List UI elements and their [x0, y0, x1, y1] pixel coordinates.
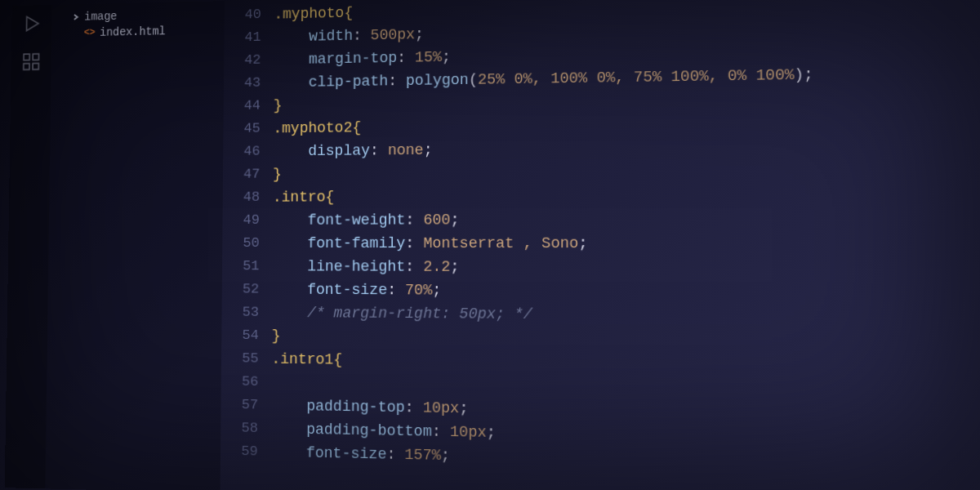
activity-bar: [5, 5, 52, 488]
tree-file-index-html[interactable]: <> index.html: [58, 22, 218, 42]
line-number: 56: [221, 370, 259, 394]
line-number: 41: [224, 26, 261, 50]
line-number: 47: [223, 163, 261, 186]
line-number: 44: [224, 95, 261, 118]
svg-rect-4: [33, 64, 38, 70]
run-debug-icon[interactable]: [21, 13, 42, 34]
code-line[interactable]: .intro{: [273, 181, 980, 208]
code-line[interactable]: font-family: Montserrat , Sono;: [272, 231, 980, 256]
line-number: 43: [224, 72, 261, 96]
extensions-icon[interactable]: [21, 51, 42, 73]
line-number: 49: [222, 209, 260, 232]
line-number: 42: [224, 49, 261, 73]
editor-window: image <> index.html 40414243444546474849…: [5, 0, 980, 490]
tree-label: index.html: [100, 24, 166, 38]
line-number: 57: [220, 393, 258, 416]
file-explorer[interactable]: image <> index.html: [45, 1, 225, 490]
tree-label: image: [84, 10, 117, 24]
code-area[interactable]: .myphoto{ width: 500px; margin-top: 15%;…: [270, 0, 980, 490]
line-number: 58: [220, 416, 258, 440]
line-number: 51: [222, 255, 260, 278]
line-number: 46: [223, 140, 260, 163]
line-number: 48: [223, 186, 261, 209]
svg-marker-0: [27, 16, 39, 30]
line-number: 55: [221, 347, 259, 371]
line-number: 59: [220, 439, 258, 463]
chevron-right-icon: [72, 13, 80, 21]
code-editor[interactable]: 4041424344454647484950515253545556575859…: [220, 0, 980, 490]
line-number-gutter: 4041424344454647484950515253545556575859: [220, 3, 274, 490]
line-number: 50: [222, 232, 260, 255]
line-number: 53: [221, 301, 259, 324]
line-number: 52: [222, 278, 260, 301]
line-number: 40: [225, 3, 261, 27]
line-number: 54: [221, 324, 259, 348]
html-file-icon: <>: [84, 27, 96, 38]
code-line[interactable]: font-weight: 600;: [273, 207, 980, 232]
svg-rect-2: [33, 54, 38, 60]
line-number: 45: [223, 118, 260, 140]
code-line[interactable]: line-height: 2.2;: [272, 255, 980, 280]
svg-rect-3: [24, 64, 29, 70]
svg-rect-1: [24, 54, 29, 60]
